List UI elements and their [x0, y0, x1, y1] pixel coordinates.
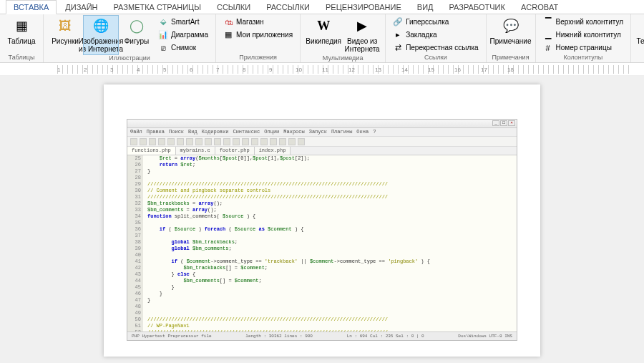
footer-button[interactable]: ▁Нижний колонтитул [540, 29, 627, 41]
online-video-button[interactable]: ▶ Видео из Интернета [343, 16, 381, 54]
group-media: Мультимедиа [305, 54, 381, 62]
document-area: _□× ФайлПравкаПоискВидКодировкиСинтаксис… [0, 76, 644, 363]
pagenum-icon: # [543, 43, 553, 53]
group-headerfooter: Колонтитулы [540, 54, 627, 62]
wikipedia-icon: W [314, 17, 333, 36]
chart-button[interactable]: 📊Диаграмма [155, 29, 211, 41]
wikipedia-button[interactable]: W Википедия [305, 16, 342, 47]
tab-design[interactable]: ДИЗАЙН [58, 1, 104, 14]
online-pictures-button[interactable]: 🌐 Изображения из Интернета [84, 16, 118, 54]
globe-picture-icon: 🌐 [92, 17, 110, 36]
tab-view[interactable]: ВИД [410, 1, 441, 14]
table-button[interactable]: ▦ Таблица [4, 16, 39, 47]
header-icon: ▔ [543, 17, 553, 27]
shapes-button[interactable]: ◯ Фигуры [119, 16, 154, 47]
footer-icon: ▁ [543, 30, 553, 40]
tab-review[interactable]: РЕЦЕНЗИРОВАНИЕ [318, 1, 409, 14]
group-apps: Приложения [220, 54, 296, 62]
screenshot-icon: ⎚ [158, 43, 168, 53]
comment-button[interactable]: 💬 Примечание [491, 16, 531, 47]
group-illustrations: Иллюстрации [48, 54, 211, 62]
picture-icon: 🖼 [56, 17, 74, 36]
tab-layout[interactable]: РАЗМЕТКА СТРАНИЦЫ [107, 1, 208, 14]
store-icon: 🛍 [223, 17, 233, 27]
tab-references[interactable]: ССЫЛКИ [210, 1, 258, 14]
header-button[interactable]: ▔Верхний колонтитул [540, 16, 627, 28]
bookmark-button[interactable]: ▸Закладка [390, 29, 481, 41]
apps-icon: ▦ [223, 30, 233, 40]
textbox-button[interactable]: A Текстовое поле [635, 16, 644, 54]
ruler[interactable]: 123456789101112131415161718 [0, 63, 644, 76]
window-buttons: _□× [492, 120, 515, 126]
chart-icon: 📊 [158, 30, 168, 40]
editor-titlebar [127, 120, 517, 128]
pagenum-button[interactable]: #Номер страницы [540, 42, 627, 54]
page[interactable]: _□× ФайлПравкаПоискВидКодировкиСинтаксис… [104, 84, 540, 357]
tab-insert[interactable]: ВСТАВКА [6, 0, 57, 14]
ruler-scale: 123456789101112131415161718 [57, 65, 630, 74]
my-apps-button[interactable]: ▦Мои приложения [220, 29, 296, 41]
editor-statusbar: PHP Hypertext Preprocessor file length :… [127, 331, 517, 340]
editor-body: 25 26 27 28 29 30 31 32 33 34 35 36 37 3… [127, 155, 517, 331]
editor-menubar: ФайлПравкаПоискВидКодировкиСинтаксисОпци… [127, 128, 517, 137]
code-content: $ret = array($months[$post[0]],$post[1],… [143, 155, 517, 331]
store-button[interactable]: 🛍Магазин [220, 16, 296, 28]
crossref-icon: ⇄ [393, 43, 403, 53]
ribbon: ▦ Таблица Таблицы 🖼 Рисунки 🌐 Изображени… [0, 14, 644, 63]
tab-mailings[interactable]: РАССЫЛКИ [259, 1, 317, 14]
smartart-icon: ⬙ [158, 17, 168, 27]
comment-icon: 💬 [502, 17, 520, 36]
shapes-icon: ◯ [127, 17, 146, 36]
group-tables: Таблицы [4, 54, 39, 62]
hyperlink-button[interactable]: 🔗Гиперссылка [390, 16, 481, 28]
group-text: Текст [635, 54, 644, 62]
ribbon-tabs: ВСТАВКА ДИЗАЙН РАЗМЕТКА СТРАНИЦЫ ССЫЛКИ … [0, 0, 644, 14]
group-links: Ссылки [390, 54, 481, 62]
bookmark-icon: ▸ [393, 30, 403, 40]
embedded-editor-image: _□× ФайлПравкаПоискВидКодировкиСинтаксис… [127, 119, 517, 341]
link-icon: 🔗 [393, 17, 403, 27]
video-icon: ▶ [353, 17, 371, 36]
group-comments: Примечания [491, 54, 531, 62]
tab-developer[interactable]: РАЗРАБОТЧИК [442, 1, 512, 14]
tab-acrobat[interactable]: ACROBAT [514, 1, 565, 14]
smartart-button[interactable]: ⬙SmartArt [155, 16, 211, 28]
line-gutter: 25 26 27 28 29 30 31 32 33 34 35 36 37 3… [127, 155, 143, 331]
table-icon: ▦ [12, 17, 31, 36]
editor-tabs: functions.phpmybrains.cfooter.phpindex.p… [127, 147, 517, 155]
screenshot-button[interactable]: ⎚Снимок [155, 42, 211, 54]
editor-toolbar [127, 137, 517, 147]
crossref-button[interactable]: ⇄Перекрестная ссылка [390, 42, 481, 54]
pictures-button[interactable]: 🖼 Рисунки [48, 16, 82, 47]
